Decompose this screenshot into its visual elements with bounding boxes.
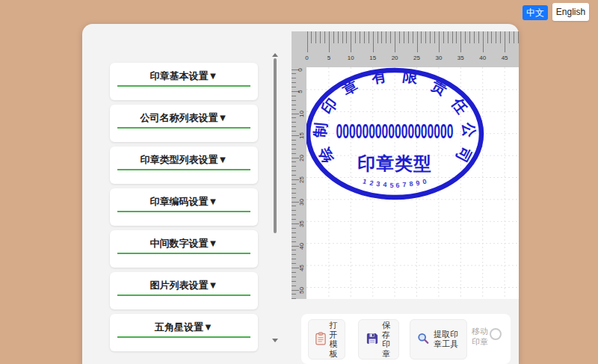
ruler-tick: [509, 31, 510, 43]
accordion-middle-number-settings[interactable]: 中间数字设置▼: [110, 230, 258, 268]
ruler-tick: [373, 31, 374, 52]
ruler-tick: [292, 298, 296, 299]
stamp-bottom-digit: 8: [409, 180, 413, 188]
ruler-label: 50: [298, 287, 305, 294]
language-chinese-button[interactable]: 中文: [523, 5, 548, 20]
ruler-tick: [307, 31, 308, 52]
ruler-tick: [355, 31, 356, 43]
ruler-tick: [351, 31, 351, 52]
ruler-tick: [292, 161, 296, 162]
ruler-label: 40: [479, 55, 486, 61]
stamp-bottom-digit: 6: [396, 182, 400, 189]
ruler-tick: [434, 31, 435, 43]
accordion-star-settings[interactable]: 五角星设置▼: [110, 314, 258, 351]
accordion-label: 五角星设置▼: [110, 321, 258, 334]
save-stamp-label: 保存印章: [381, 321, 391, 358]
save-stamp-button[interactable]: 保存印章: [358, 319, 399, 360]
accordion-stamp-code-settings[interactable]: 印章编码设置▼: [110, 188, 258, 226]
ruler-tick: [292, 188, 296, 189]
stamp-canvas[interactable]: 绘制印章有限责任公司000000000000000000印章类型12345678…: [306, 67, 519, 299]
extract-stamp-tool-label: 提取印章工具: [432, 330, 460, 349]
ruler-tick: [292, 78, 296, 78]
accordion-underline: [117, 294, 250, 296]
ruler-tick: [390, 31, 391, 43]
ruler-tick: [443, 31, 444, 43]
ruler-tick: [514, 31, 514, 43]
stamp-bottom-digit: 4: [383, 181, 387, 188]
stamp-type-text: 印章类型: [357, 152, 432, 176]
ruler-tick: [292, 175, 296, 176]
ruler-tick: [292, 263, 296, 264]
ruler-tick: [487, 31, 488, 43]
scrollbar-up-arrow-icon[interactable]: [272, 53, 278, 57]
ruler-tick: [292, 96, 296, 96]
open-template-button[interactable]: 打开模板: [308, 319, 345, 360]
ruler-tick: [369, 31, 369, 43]
move-stamp-toggle[interactable]: [490, 328, 502, 340]
scrollbar-thumb[interactable]: [274, 58, 277, 233]
ruler-tick: [292, 210, 296, 211]
ruler-tick: [292, 294, 296, 294]
ruler-tick: [292, 87, 296, 87]
ruler-tick: [320, 31, 321, 43]
ruler-tick: [292, 122, 296, 123]
language-english-button[interactable]: English: [552, 3, 589, 21]
horizontal-ruler: 051015202530354045: [292, 31, 519, 67]
ruler-tick: [292, 206, 296, 206]
accordion-stamp-type-list-settings[interactable]: 印章类型列表设置▼: [110, 146, 258, 184]
bottom-toolbar: 打开模板 保存印章: [301, 314, 511, 364]
ruler-tick: [421, 31, 422, 43]
ruler-tick: [292, 193, 296, 194]
ruler-tick: [404, 31, 404, 43]
scrollbar-down-arrow-icon[interactable]: [272, 339, 278, 342]
accordion-stamp-basic-settings[interactable]: 印章基本设置▼: [110, 63, 258, 100]
ruler-tick: [292, 184, 296, 185]
ruler-tick: [491, 31, 492, 43]
accordion-underline: [117, 169, 250, 170]
stamp-bottom-digit: 7: [402, 181, 407, 188]
accordion-image-list-settings[interactable]: 图片列表设置▼: [110, 272, 258, 309]
ruler-label: 45: [298, 265, 305, 271]
stamp-company-char: 有: [370, 67, 388, 88]
ruler-label: 20: [298, 155, 305, 161]
accordion-label: 公司名称列表设置▼: [110, 111, 258, 125]
ruler-tick: [386, 31, 386, 43]
ruler-tick: [483, 31, 484, 52]
accordion-label: 图片列表设置▼: [110, 279, 258, 292]
stamp-company-char: 制: [310, 122, 332, 138]
main-panel: 印章基本设置▼公司名称列表设置▼印章类型列表设置▼印章编码设置▼中间数字设置▼图…: [82, 24, 519, 364]
ruler-tick: [292, 149, 296, 149]
ruler-label: 30: [298, 199, 305, 206]
accordion-label: 印章编码设置▼: [110, 195, 258, 209]
ruler-tick: [329, 31, 330, 52]
stamp-company-char: 公: [457, 122, 479, 138]
accordion-company-name-list-settings[interactable]: 公司名称列表设置▼: [110, 105, 258, 142]
ruler-tick: [417, 31, 418, 52]
ruler-tick: [292, 259, 296, 259]
ruler-label: 5: [327, 55, 330, 61]
ruler-tick: [292, 197, 296, 198]
extract-stamp-tool-button[interactable]: 提取印章工具: [410, 319, 467, 360]
ruler-tick: [364, 31, 365, 43]
ruler-tick: [333, 31, 334, 43]
ruler-label: 25: [298, 176, 305, 183]
ruler-tick: [292, 117, 296, 118]
ruler-tick: [439, 31, 440, 52]
ruler-tick: [292, 277, 296, 277]
ruler-tick: [292, 219, 296, 220]
ruler-tick: [292, 281, 296, 282]
ruler-tick: [292, 241, 296, 242]
app-root: 中文 English 印章基本设置▼公司名称列表设置▼印章类型列表设置▼印章编码…: [0, 0, 598, 364]
ruler-tick: [377, 31, 378, 43]
ruler-tick: [292, 73, 296, 74]
ruler-label: 15: [298, 132, 305, 139]
ruler-tick: [413, 31, 413, 43]
accordion-underline: [117, 127, 250, 129]
ruler-label: 10: [348, 55, 354, 61]
ruler-tick: [292, 126, 296, 127]
ruler-tick: [324, 31, 325, 43]
ruler-label: 0: [297, 68, 303, 71]
accordion-label: 印章类型列表设置▼: [110, 153, 258, 167]
ruler-tick: [430, 31, 431, 43]
save-stamp-icon: [366, 333, 378, 347]
